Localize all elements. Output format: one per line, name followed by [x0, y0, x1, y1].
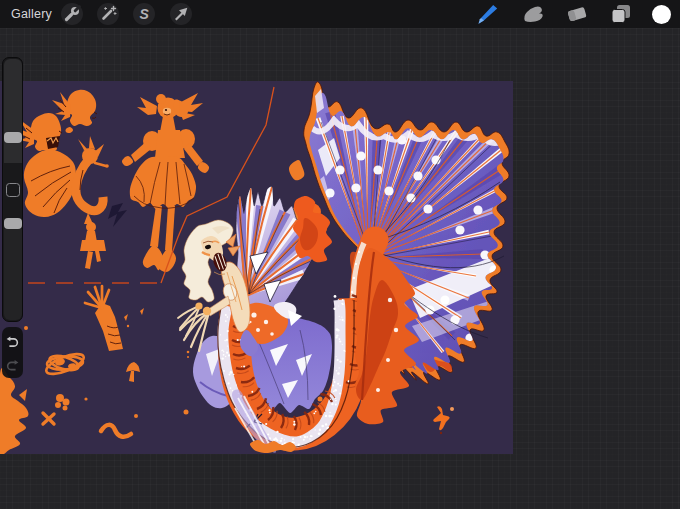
svg-text:S: S — [140, 6, 150, 22]
